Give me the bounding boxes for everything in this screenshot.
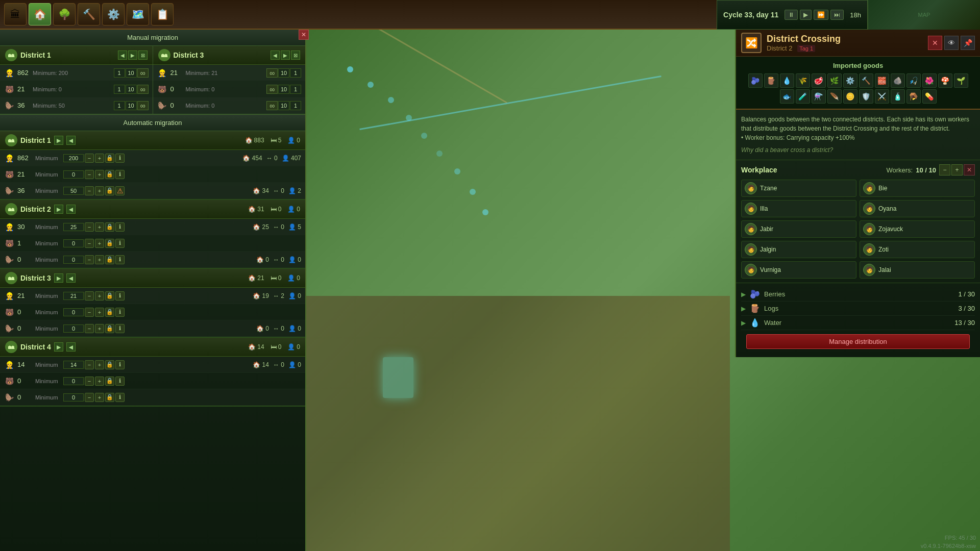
worker-card-oyana[interactable]: 🧑 Oyana: [860, 200, 975, 217]
remove-worker-btn[interactable]: −: [939, 164, 950, 176]
nav-lock-d3-btn[interactable]: ⊠: [291, 51, 300, 60]
worker-card-bie[interactable]: 🧑 Bie: [860, 180, 975, 197]
info-btn[interactable]: ℹ: [115, 154, 125, 163]
d4-lock-btn-3[interactable]: 🔒: [105, 393, 114, 402]
d2-lock-btn-2[interactable]: 🔒: [105, 239, 114, 248]
lock-btn[interactable]: 🔒: [105, 154, 114, 163]
good-mushroom[interactable]: 🍄: [938, 73, 952, 88]
auto-d3-prev[interactable]: ◀: [66, 273, 76, 283]
good-fish-rod[interactable]: 🎣: [906, 73, 921, 88]
good-water[interactable]: 💧: [780, 73, 794, 88]
d4-decrease-btn-2[interactable]: −: [85, 377, 94, 386]
d3a-lock-btn-3[interactable]: 🔒: [105, 324, 114, 333]
good-flask[interactable]: ⚗️: [812, 89, 826, 104]
d3a-increase-btn-2[interactable]: +: [95, 308, 104, 317]
d3a-info-btn-2[interactable]: ℹ: [115, 308, 125, 317]
auto-d2-next[interactable]: ▶: [54, 205, 63, 214]
auto-d3-min-input-3[interactable]: [63, 324, 84, 333]
good-bottle[interactable]: 🧴: [891, 89, 905, 104]
d2-info-btn-3[interactable]: ℹ: [115, 255, 125, 264]
d2-info-btn-2[interactable]: ℹ: [115, 239, 125, 248]
toolbar-icon-5[interactable]: 🗺️: [127, 3, 149, 26]
pin-btn[interactable]: 📌: [961, 36, 975, 50]
nav-next-btn[interactable]: ▶: [128, 51, 137, 60]
good-sword[interactable]: ⚔️: [875, 89, 889, 104]
d4-increase-btn[interactable]: +: [95, 360, 104, 369]
good-logs[interactable]: 🪵: [764, 73, 778, 88]
auto-d3-min-input-1[interactable]: [63, 292, 84, 300]
worker-card-zoti[interactable]: 🧑 Zoti: [860, 241, 975, 258]
auto-d3-next[interactable]: ▶: [54, 273, 63, 283]
d4-info-btn-3[interactable]: ℹ: [115, 393, 125, 402]
d4-increase-btn-3[interactable]: +: [95, 393, 104, 402]
d4-info-btn-2[interactable]: ℹ: [115, 377, 125, 386]
auto-d4-prev[interactable]: ◀: [66, 342, 76, 352]
d2-decrease-btn[interactable]: −: [85, 222, 94, 232]
good-bricks[interactable]: 🧱: [875, 73, 889, 88]
toolbar-icon-0[interactable]: 🏛: [4, 3, 27, 26]
d2-increase-btn-3[interactable]: +: [95, 255, 104, 264]
good-medicine[interactable]: 💊: [922, 89, 937, 104]
play-btn[interactable]: ▶: [800, 10, 812, 20]
nav-next-d3-btn[interactable]: ▶: [281, 51, 290, 60]
inf-btn-d3-2[interactable]: ∞: [266, 85, 278, 94]
d3a-info-btn-3[interactable]: ℹ: [115, 324, 125, 333]
auto-d2-min-input-3[interactable]: [63, 256, 84, 264]
good-stone[interactable]: 🪨: [891, 73, 905, 88]
d2-increase-btn[interactable]: +: [95, 222, 104, 232]
d4-lock-btn-2[interactable]: 🔒: [105, 377, 114, 386]
good-berries[interactable]: 🫐: [748, 73, 763, 88]
auto-d2-min-input-2[interactable]: [63, 239, 84, 247]
auto-d1-next[interactable]: ▶: [54, 136, 63, 145]
worker-card-jalgin[interactable]: 🧑 Jalgin: [741, 241, 856, 258]
increase-btn-3[interactable]: +: [95, 186, 104, 195]
nav-prev-btn[interactable]: ◀: [118, 51, 127, 60]
d2-lock-btn-3[interactable]: 🔒: [105, 255, 114, 264]
d3a-info-btn[interactable]: ℹ: [115, 291, 125, 300]
decrease-btn-3[interactable]: −: [85, 186, 94, 195]
auto-d2-min-input-1[interactable]: [63, 223, 84, 231]
d4-lock-btn[interactable]: 🔒: [105, 360, 114, 369]
eye-btn[interactable]: 👁: [944, 36, 959, 50]
d2-lock-btn[interactable]: 🔒: [105, 222, 114, 232]
good-shield[interactable]: 🛡️: [859, 89, 873, 104]
auto-d3-min-input-2[interactable]: [63, 308, 84, 316]
mini-map[interactable]: MAP: [868, 0, 980, 30]
d4-decrease-btn[interactable]: −: [85, 360, 94, 369]
d4-decrease-btn-3[interactable]: −: [85, 393, 94, 402]
lock-btn-2[interactable]: 🔒: [105, 170, 114, 179]
d3a-decrease-btn[interactable]: −: [85, 291, 94, 300]
d3a-increase-btn-3[interactable]: +: [95, 324, 104, 333]
d4-info-btn[interactable]: ℹ: [115, 360, 125, 369]
panel-close-button[interactable]: ✕: [299, 30, 309, 40]
auto-d4-min-input-1[interactable]: [63, 361, 84, 369]
good-potion[interactable]: 🧪: [796, 89, 810, 104]
close-panel-btn[interactable]: ✕: [928, 36, 942, 50]
toolbar-icon-4[interactable]: ⚙️: [102, 3, 125, 26]
remove-all-workers-btn[interactable]: ✕: [964, 164, 975, 176]
d2-increase-btn-2[interactable]: +: [95, 239, 104, 248]
good-gear[interactable]: ⚙️: [843, 73, 857, 88]
fast-forward-btn[interactable]: ⏩: [814, 10, 828, 20]
toolbar-icon-2[interactable]: 🌳: [53, 3, 76, 26]
d3a-lock-btn[interactable]: 🔒: [105, 291, 114, 300]
good-tools[interactable]: 🔨: [859, 73, 873, 88]
auto-d1-min-input-1[interactable]: [63, 154, 84, 162]
pause-btn[interactable]: ⏸: [785, 10, 798, 20]
good-herbs[interactable]: 🌿: [827, 73, 842, 88]
toolbar-icon-1[interactable]: 🏠: [29, 3, 51, 26]
worker-card-tzane[interactable]: 🧑 Tzane: [741, 180, 856, 197]
nav-lock-btn[interactable]: ⊠: [138, 51, 148, 60]
good-feather[interactable]: 🪶: [827, 89, 842, 104]
auto-d2-prev[interactable]: ◀: [66, 205, 76, 214]
manage-distribution-button[interactable]: Manage distribution: [746, 334, 970, 349]
nav-prev-d3-btn[interactable]: ◀: [271, 51, 280, 60]
worker-card-jabir[interactable]: 🧑 Jabir: [741, 220, 856, 238]
d3a-decrease-btn-2[interactable]: −: [85, 308, 94, 317]
d3a-lock-btn-2[interactable]: 🔒: [105, 308, 114, 317]
d2-decrease-btn-3[interactable]: −: [85, 255, 94, 264]
worker-card-vurniga[interactable]: 🧑 Vurniga: [741, 261, 856, 279]
worker-card-illa[interactable]: 🧑 Illa: [741, 200, 856, 217]
decrease-btn[interactable]: −: [85, 154, 94, 163]
d4-increase-btn-2[interactable]: +: [95, 377, 104, 386]
